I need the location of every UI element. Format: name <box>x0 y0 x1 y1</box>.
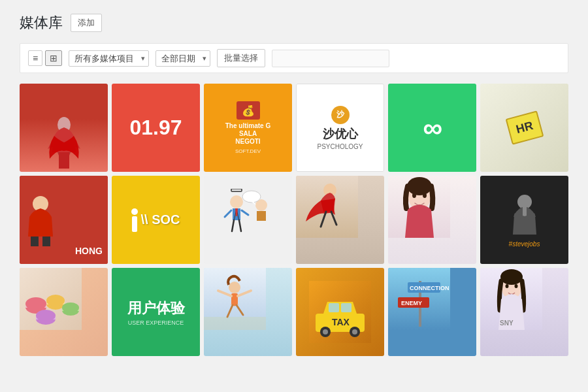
svg-point-5 <box>230 195 243 208</box>
media-item-r2c2[interactable]: \\ SOC <box>112 176 200 264</box>
search-input[interactable] <box>272 50 389 67</box>
media-item-inner: ∞ <box>388 84 476 172</box>
media-item-inner: 沙 沙优心 PSYCHOLOGY <box>297 84 384 171</box>
toolbar: ≡ ⊞ 所有多媒体项目 全部日期 批量选择 <box>20 43 568 73</box>
svg-point-70 <box>500 269 523 285</box>
media-item-r1c4[interactable]: 沙 沙优心 PSYCHOLOGY <box>296 84 384 172</box>
media-item-inner: 用户体验 USER EXPERIENCE <box>112 268 200 356</box>
ux-en-text: USER EXPERIENCE <box>128 319 184 326</box>
media-item-r2c5[interactable] <box>388 176 476 264</box>
media-item-r1c5[interactable]: ∞ <box>388 84 476 172</box>
ux-cn-text: 用户体验 <box>127 299 185 318</box>
svg-rect-6 <box>231 189 242 191</box>
view-icons: ≡ ⊞ <box>28 50 62 66</box>
media-item-r3c4[interactable]: TAX <box>296 268 384 356</box>
page-header: 媒体库 添加 <box>20 13 568 33</box>
svg-point-26 <box>412 193 416 198</box>
svg-rect-46 <box>204 317 266 330</box>
grid-view-button[interactable]: ⊞ <box>45 50 62 66</box>
media-grid: 01.97 💰 The ultimate GSALANEGOTI SOFT.DE… <box>20 84 568 356</box>
media-item-inner <box>388 176 476 264</box>
svg-point-44 <box>36 310 56 321</box>
svg-rect-4 <box>42 237 50 246</box>
number-text: 01.97 <box>129 116 182 140</box>
salary-title: The ultimate GSALANEGOTI <box>225 122 270 146</box>
media-item-r1c3[interactable]: 💰 The ultimate GSALANEGOTI SOFT.DEV <box>204 84 292 172</box>
svg-rect-55 <box>329 303 339 312</box>
media-item-r1c2[interactable]: 01.97 <box>112 84 200 172</box>
media-item-inner: #stevejobs <box>480 176 568 264</box>
media-item-inner <box>204 176 292 264</box>
filter-date-select[interactable]: 全部日期 <box>155 50 210 67</box>
media-item-r2c3[interactable] <box>204 176 292 264</box>
svg-rect-1 <box>59 152 69 169</box>
media-item-inner: TAX <box>296 268 384 356</box>
svg-point-25 <box>407 177 432 195</box>
salary-sub: SOFT.DEV <box>235 148 261 154</box>
svg-text:SNY: SNY <box>500 319 514 327</box>
svg-point-17 <box>242 191 261 203</box>
media-item-r1c6[interactable]: HR <box>480 84 568 172</box>
svg-point-35 <box>25 297 46 310</box>
media-item-inner: 01.97 <box>112 84 200 172</box>
list-view-button[interactable]: ≡ <box>28 50 42 66</box>
svg-line-13 <box>232 220 234 231</box>
svg-point-27 <box>423 193 427 198</box>
svg-rect-3 <box>31 237 39 246</box>
hong-text: HONG <box>75 246 103 256</box>
svg-line-11 <box>225 210 231 217</box>
page-title: 媒体库 <box>20 13 63 33</box>
psych-en-text: PSYCHOLOGY <box>317 143 363 150</box>
media-item-inner <box>20 84 108 172</box>
media-item-inner <box>296 176 384 264</box>
media-item-r3c1[interactable] <box>20 268 108 356</box>
psych-cn-text: 沙优心 <box>323 126 358 142</box>
svg-line-14 <box>239 220 241 231</box>
svg-point-58 <box>323 329 328 335</box>
media-item-r3c2[interactable]: 用户体验 USER EXPERIENCE <box>112 268 200 356</box>
svg-line-12 <box>242 210 248 215</box>
svg-rect-16 <box>257 211 266 221</box>
svg-text:CONNECTION: CONNECTION <box>410 285 449 291</box>
svg-text:ENEMY: ENEMY <box>401 300 422 306</box>
filter-date-wrapper: 全部日期 <box>155 50 210 67</box>
page-wrapper: 媒体库 添加 ≡ ⊞ 所有多媒体项目 全部日期 批量选择 <box>0 0 588 369</box>
media-item-inner: HONG <box>20 176 108 264</box>
filter-type-select[interactable]: 所有多媒体项目 <box>69 50 149 67</box>
media-item-inner: SNY <box>480 268 568 356</box>
svg-point-71 <box>506 284 509 288</box>
svg-point-72 <box>515 284 518 288</box>
svg-point-60 <box>352 329 357 335</box>
svg-point-47 <box>229 282 240 293</box>
svg-point-41 <box>62 302 79 313</box>
media-item-r3c5[interactable]: CONNECTION ENEMY <box>388 268 476 356</box>
media-item-inner: HR <box>480 84 568 172</box>
svg-rect-56 <box>341 303 351 312</box>
add-button[interactable]: 添加 <box>71 14 102 32</box>
media-item-r2c6[interactable]: #stevejobs <box>480 176 568 264</box>
hr-sign: HR <box>505 110 544 145</box>
media-item-r1c1[interactable] <box>20 84 108 172</box>
media-item-inner: 💰 The ultimate GSALANEGOTI SOFT.DEV <box>204 84 292 172</box>
svg-text:TAX: TAX <box>332 317 350 327</box>
batch-select-button[interactable]: 批量选择 <box>217 49 265 67</box>
media-item-r2c4[interactable] <box>296 176 384 264</box>
steve-text: #stevejobs <box>505 240 544 248</box>
svg-point-38 <box>46 295 65 306</box>
media-item-inner <box>20 268 108 356</box>
media-item-r3c6[interactable]: SNY <box>480 268 568 356</box>
social-text: \\ SOC <box>140 212 180 227</box>
media-item-inner: \\ SOC <box>112 176 200 264</box>
media-item-inner: CONNECTION ENEMY <box>388 268 476 356</box>
media-item-r3c3[interactable] <box>204 268 292 356</box>
filter-type-wrapper: 所有多媒体项目 <box>69 50 149 67</box>
media-item-r2c1[interactable]: HONG <box>20 176 108 264</box>
media-item-inner <box>204 268 292 356</box>
